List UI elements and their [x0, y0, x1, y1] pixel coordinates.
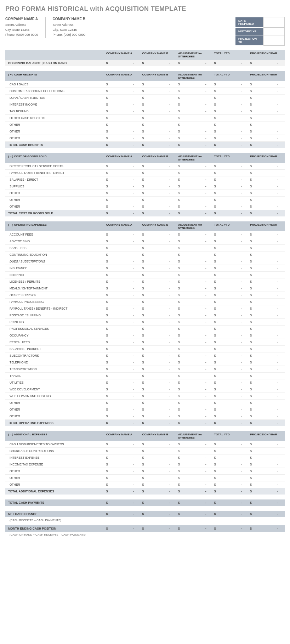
- cell-value[interactable]: -: [217, 400, 249, 406]
- cell-value[interactable]: -: [146, 379, 177, 386]
- cell-value[interactable]: -: [146, 60, 177, 66]
- cell-value[interactable]: -: [181, 190, 212, 197]
- cell-value[interactable]: -: [254, 448, 285, 454]
- cell-value[interactable]: -: [146, 413, 177, 420]
- cell-value[interactable]: -: [217, 231, 249, 238]
- cell-value[interactable]: -: [109, 352, 141, 359]
- cell-value[interactable]: -: [109, 238, 141, 245]
- cell-value[interactable]: -: [254, 366, 285, 373]
- cell-value[interactable]: -: [146, 366, 177, 373]
- cell-value[interactable]: -: [109, 252, 141, 258]
- cell-value[interactable]: -: [254, 170, 285, 176]
- cell-value[interactable]: -: [254, 346, 285, 352]
- cell-value[interactable]: -: [109, 400, 141, 406]
- cell-value[interactable]: -: [146, 461, 177, 468]
- cell-value[interactable]: -: [217, 176, 249, 183]
- cell-value[interactable]: -: [181, 258, 212, 265]
- cell-value[interactable]: -: [181, 468, 212, 475]
- cell-value[interactable]: -: [146, 135, 177, 142]
- cell-value[interactable]: -: [254, 163, 285, 170]
- cell-value[interactable]: -: [109, 393, 141, 400]
- cell-value[interactable]: -: [254, 176, 285, 183]
- cell-value[interactable]: -: [109, 326, 141, 332]
- cell-value[interactable]: -: [217, 122, 249, 128]
- cell-value[interactable]: -: [146, 252, 177, 258]
- cell-value[interactable]: -: [254, 468, 285, 475]
- cell-value[interactable]: -: [109, 461, 141, 468]
- cell-value[interactable]: -: [254, 312, 285, 319]
- cell-value[interactable]: -: [146, 122, 177, 128]
- cell-value[interactable]: -: [217, 346, 249, 352]
- cell-value[interactable]: -: [146, 197, 177, 203]
- cell-value[interactable]: -: [217, 265, 249, 272]
- cell-value[interactable]: -: [181, 183, 212, 190]
- cell-value[interactable]: -: [254, 393, 285, 400]
- cell-value[interactable]: -: [217, 352, 249, 359]
- cell-value[interactable]: -: [217, 272, 249, 278]
- cell-value[interactable]: -: [146, 128, 177, 135]
- cell-value[interactable]: -: [181, 319, 212, 326]
- cell-value[interactable]: -: [146, 81, 177, 88]
- cell-value[interactable]: -: [217, 393, 249, 400]
- cell-value[interactable]: -: [146, 441, 177, 448]
- cell-value[interactable]: -: [181, 481, 212, 488]
- cell-value[interactable]: -: [109, 346, 141, 352]
- cell-value[interactable]: -: [254, 352, 285, 359]
- cell-value[interactable]: -: [146, 245, 177, 252]
- cell-value[interactable]: -: [217, 319, 249, 326]
- cell-value[interactable]: -: [146, 339, 177, 346]
- cell-value[interactable]: -: [217, 170, 249, 176]
- cell-value[interactable]: -: [181, 108, 212, 115]
- cell-value[interactable]: -: [146, 312, 177, 319]
- cell-value[interactable]: -: [181, 373, 212, 379]
- cell-value[interactable]: -: [181, 386, 212, 393]
- cell-value[interactable]: -: [217, 278, 249, 285]
- cell-value[interactable]: -: [109, 258, 141, 265]
- cell-value[interactable]: -: [146, 299, 177, 305]
- cell-value[interactable]: -: [181, 454, 212, 461]
- cell-value[interactable]: -: [254, 441, 285, 448]
- cell-value[interactable]: -: [109, 122, 141, 128]
- cell-value[interactable]: -: [254, 272, 285, 278]
- cell-value[interactable]: -: [109, 468, 141, 475]
- cell-value[interactable]: -: [217, 339, 249, 346]
- cell-value[interactable]: -: [109, 170, 141, 176]
- cell-value[interactable]: -: [254, 128, 285, 135]
- cell-value[interactable]: -: [254, 299, 285, 305]
- cell-value[interactable]: -: [109, 88, 141, 95]
- cell-value[interactable]: -: [146, 359, 177, 366]
- historic-yr-input[interactable]: [263, 28, 285, 35]
- cell-value[interactable]: -: [181, 170, 212, 176]
- cell-value[interactable]: -: [217, 238, 249, 245]
- cell-value[interactable]: -: [254, 231, 285, 238]
- cell-value[interactable]: -: [146, 481, 177, 488]
- cell-value[interactable]: -: [109, 413, 141, 420]
- cell-value[interactable]: -: [254, 481, 285, 488]
- cell-value[interactable]: -: [181, 265, 212, 272]
- cell-value[interactable]: -: [254, 454, 285, 461]
- cell-value[interactable]: -: [254, 475, 285, 481]
- cell-value[interactable]: -: [181, 272, 212, 278]
- cell-value[interactable]: -: [181, 406, 212, 413]
- cell-value[interactable]: -: [146, 352, 177, 359]
- cell-value[interactable]: -: [181, 88, 212, 95]
- cell-value[interactable]: -: [217, 190, 249, 197]
- cell-value[interactable]: -: [217, 292, 249, 299]
- cell-value[interactable]: -: [254, 278, 285, 285]
- cell-value[interactable]: -: [181, 379, 212, 386]
- cell-value[interactable]: -: [181, 163, 212, 170]
- cell-value[interactable]: -: [254, 88, 285, 95]
- cell-value[interactable]: -: [181, 299, 212, 305]
- cell-value[interactable]: -: [254, 81, 285, 88]
- cell-value[interactable]: -: [109, 95, 141, 101]
- cell-value[interactable]: -: [181, 339, 212, 346]
- cell-value[interactable]: -: [217, 413, 249, 420]
- cell-value[interactable]: -: [109, 359, 141, 366]
- cell-value[interactable]: -: [217, 299, 249, 305]
- cell-value[interactable]: -: [146, 190, 177, 197]
- cell-value[interactable]: -: [254, 386, 285, 393]
- cell-value[interactable]: -: [146, 373, 177, 379]
- cell-value[interactable]: -: [109, 203, 141, 210]
- cell-value[interactable]: -: [181, 60, 212, 66]
- cell-value[interactable]: -: [217, 163, 249, 170]
